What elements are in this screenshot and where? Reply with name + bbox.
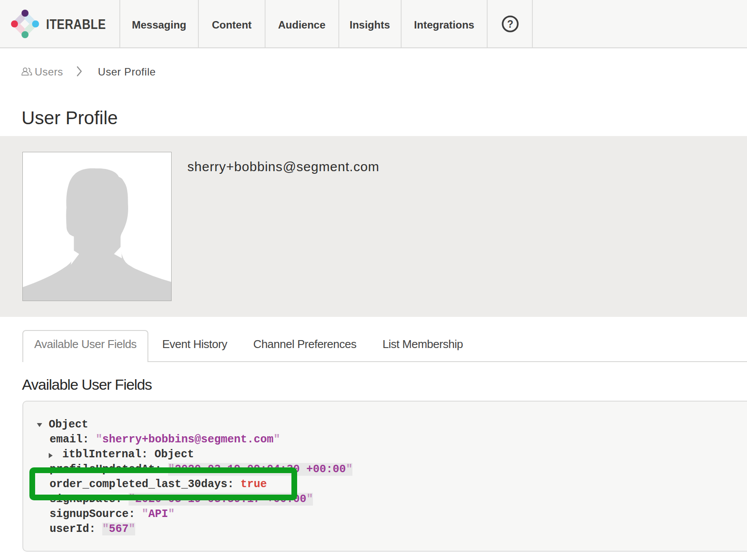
svg-text:?: ? — [507, 18, 513, 30]
